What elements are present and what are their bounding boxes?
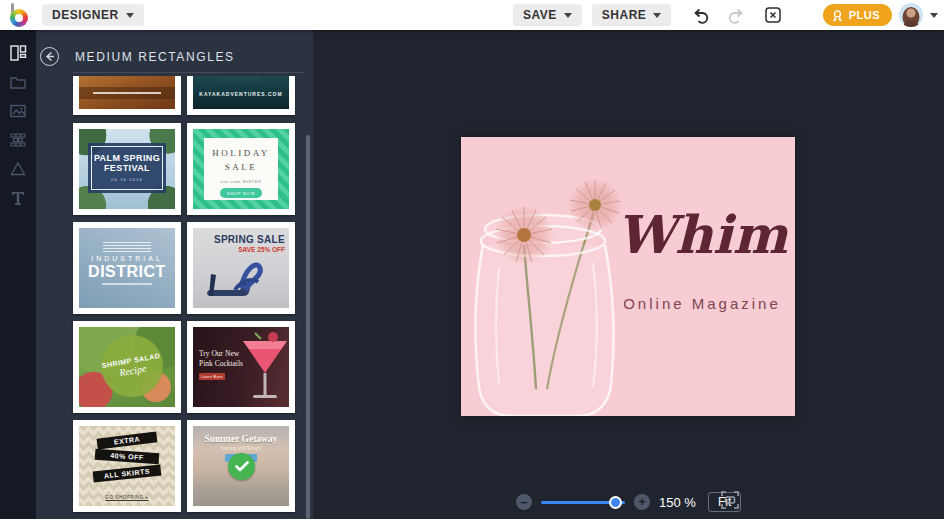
template-shrimp-salad[interactable]: SHRIMP SALAD Recipe	[73, 321, 181, 413]
rail-templates-button[interactable]	[7, 44, 29, 62]
medal-icon	[831, 9, 844, 22]
save-label: SAVE	[523, 8, 557, 22]
folder-icon	[9, 73, 27, 91]
undo-icon	[692, 6, 711, 25]
cocktail-thumbnail: Try Our New Pink Cocktails Learn More	[193, 327, 289, 407]
zoom-out-button[interactable]: –	[516, 494, 532, 510]
bread-caption-band	[79, 87, 175, 99]
befunky-logo-icon[interactable]	[8, 3, 32, 27]
kayak-caption: KAYAKADVENTURES.COM	[193, 91, 289, 97]
palm-thumbnail: PALM SPRING FESTIVAL 06.16.2016	[79, 129, 175, 209]
selected-checkmark-badge	[228, 453, 255, 480]
shrimp-badge: SHRIMP SALAD Recipe	[96, 330, 168, 402]
topbar: DESIGNER SAVE SHARE	[0, 0, 944, 30]
redo-button[interactable]	[723, 3, 747, 27]
holiday-title: HOLIDAY SALE	[211, 147, 271, 174]
designer-label: DESIGNER	[52, 8, 119, 22]
plus-upgrade-button[interactable]: PLUS	[823, 4, 892, 26]
text-tool-icon	[9, 189, 27, 207]
zoom-toolbar: – + 150 % Fit	[516, 491, 741, 513]
industrial-title-line1: INDUSTRIAL	[79, 255, 175, 262]
design-subtitle-text[interactable]: Online Magazine	[607, 295, 795, 312]
canvas-area: Whim Online Magazine – + 150 % Fit	[313, 30, 944, 519]
share-label: SHARE	[602, 8, 647, 22]
skirts-go-shopping-link: GO SHOPPING ▸	[79, 495, 175, 500]
chevron-down-icon	[564, 13, 572, 18]
close-project-button[interactable]	[761, 3, 785, 27]
template-pink-cocktails[interactable]: Try Our New Pink Cocktails Learn More	[187, 321, 295, 413]
template-spring-sale[interactable]: SPRING SALE SAVE 25% OFF	[187, 222, 295, 314]
rail-images-button[interactable]	[7, 102, 29, 120]
cocktail-glass	[237, 327, 289, 407]
avatar[interactable]	[899, 3, 923, 27]
panel-title: MEDIUM RECTANGLES	[75, 50, 235, 64]
save-button[interactable]: SAVE	[513, 4, 582, 26]
fullscreen-icon	[720, 490, 740, 510]
high-heel-shoe	[195, 244, 265, 306]
chevron-down-icon	[653, 13, 661, 18]
holiday-code: use code WINTER	[221, 179, 262, 184]
rail-patterns-button[interactable]	[7, 131, 29, 149]
skirts-ribbon-1: EXTRA	[97, 431, 158, 449]
template-list: KAYAKADVENTURES.COM PALM SPRING FESTIV	[36, 76, 313, 519]
holiday-shop-now-button: SHOP NOW	[220, 188, 262, 198]
account-cluster: PLUS	[823, 0, 938, 30]
templates-panel: MEDIUM RECTANGLES KAYAKADVENTURES.COM	[36, 30, 313, 519]
triangle-icon	[9, 160, 27, 178]
back-button[interactable]	[40, 47, 59, 66]
summer-title: Summer Getaway	[193, 434, 289, 444]
close-box-icon	[764, 6, 782, 24]
zoom-in-button[interactable]: +	[634, 494, 650, 510]
industrial-title-line2: DISTRICT	[79, 263, 175, 281]
shrimp-thumbnail: SHRIMP SALAD Recipe	[79, 327, 175, 407]
image-icon	[9, 102, 27, 120]
share-button[interactable]: SHARE	[592, 4, 672, 26]
template-palm-spring-festival[interactable]: PALM SPRING FESTIVAL 06.16.2016	[73, 123, 181, 215]
template-industrial-district[interactable]: INDUSTRIAL DISTRICT	[73, 222, 181, 314]
palm-title-line2: FESTIVAL	[104, 164, 150, 174]
template-holiday-sale[interactable]: HOLIDAY SALE use code WINTER SHOP NOW	[187, 123, 295, 215]
bread-thumbnail	[79, 76, 175, 109]
design-title-text[interactable]: Whim	[611, 209, 793, 261]
topbar-actions: SAVE SHARE	[513, 0, 785, 30]
workspace: MEDIUM RECTANGLES KAYAKADVENTURES.COM	[0, 30, 944, 519]
zoom-slider-handle[interactable]	[609, 496, 622, 509]
panel-scrollbar[interactable]	[306, 135, 310, 519]
template-bread[interactable]	[73, 76, 181, 115]
user-photo	[899, 3, 923, 27]
redo-icon	[726, 6, 745, 25]
industrial-fine-print	[103, 242, 151, 252]
befunky-designer-app: DESIGNER SAVE SHARE	[0, 0, 944, 519]
kayak-water	[222, 76, 260, 85]
kayak-thumbnail: KAYAKADVENTURES.COM	[193, 76, 289, 109]
skirts-ribbon-3: ALL SKIRTS	[93, 464, 162, 482]
undo-button[interactable]	[689, 3, 713, 27]
holiday-card: HOLIDAY SALE use code WINTER SHOP NOW	[204, 138, 278, 200]
fullscreen-button[interactable]	[718, 489, 742, 513]
panel-divider	[73, 72, 305, 73]
zoom-percentage: 150 %	[659, 495, 699, 510]
checkmark-icon	[235, 461, 249, 472]
designer-menu-button[interactable]: DESIGNER	[42, 4, 144, 26]
plus-label: PLUS	[849, 9, 880, 21]
holiday-thumbnail: HOLIDAY SALE use code WINTER SHOP NOW	[193, 129, 289, 209]
cocktail-title-line1: Try Our New	[199, 349, 243, 359]
account-chevron-down-icon[interactable]	[930, 13, 938, 18]
template-skirts-sale[interactable]: EXTRA 40% OFF ALL SKIRTS GO SHOPPING ▸	[73, 420, 181, 512]
template-summer-getaway-selected[interactable]: Summer Getaway Starting at $79/night	[187, 420, 295, 512]
zoom-slider[interactable]	[541, 501, 625, 504]
jar-flowers-illustration	[461, 137, 795, 416]
spring-thumbnail: SPRING SALE SAVE 25% OFF	[193, 228, 289, 308]
pattern-grid-icon	[9, 131, 27, 149]
skirts-thumbnail: EXTRA 40% OFF ALL SKIRTS GO SHOPPING ▸	[79, 426, 175, 506]
rail-shapes-button[interactable]	[7, 160, 29, 178]
rail-text-button[interactable]	[7, 189, 29, 207]
template-kayak[interactable]: KAYAKADVENTURES.COM	[187, 76, 295, 115]
chevron-down-icon	[126, 13, 134, 18]
design-canvas[interactable]: Whim Online Magazine	[461, 137, 795, 416]
summer-thumbnail: Summer Getaway Starting at $79/night	[193, 426, 289, 506]
arrow-left-icon	[44, 51, 55, 62]
cocktail-title: Try Our New Pink Cocktails	[199, 349, 243, 369]
skirts-ribbon-2: 40% OFF	[95, 449, 160, 464]
rail-projects-button[interactable]	[7, 73, 29, 91]
